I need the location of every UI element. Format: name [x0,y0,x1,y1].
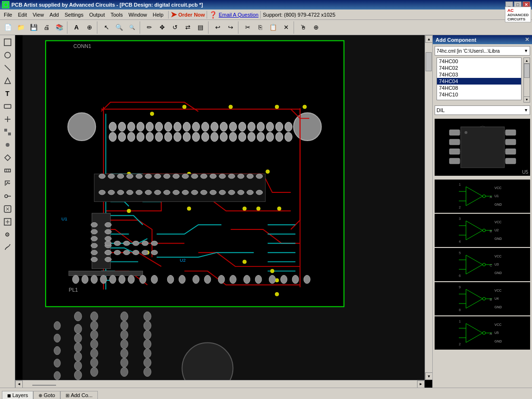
menu-edit[interactable]: Edit [15,11,30,19]
pcb-canvas-area[interactable]: CONN1 [15,35,432,388]
svg-point-192 [91,340,98,349]
schematic-item-1[interactable]: 1 2 A VCC GND U1 [435,180,530,213]
component-list-scrollbar[interactable]: ▲ ▼ [523,57,530,103]
left-tool-1[interactable] [1,36,14,48]
schematic-item-4[interactable]: 9 8 B VCC GND U4 [435,282,530,315]
email-icon[interactable]: ❓ [209,11,217,19]
svg-point-48 [118,132,126,141]
delete-button[interactable]: ✕ [280,21,292,34]
comp-scroll-up[interactable]: ▲ [524,58,530,64]
left-tool-3[interactable] [1,62,14,74]
svg-point-116 [200,190,207,195]
schematic-item-3[interactable]: 5 6 C VCC GND U3 [435,248,530,281]
menu-output[interactable]: Output [86,11,108,19]
tab-layers[interactable]: ◼ Layers [2,391,33,399]
redo-button[interactable]: ↪ [224,21,237,34]
comp-74hc10[interactable]: 74HC10 [437,91,521,98]
left-tool-14[interactable] [1,216,14,228]
vertical-scrollbar[interactable]: ▲ ▼ [425,35,432,380]
email-label[interactable]: Email A Question [218,12,258,18]
svg-point-133 [191,174,198,179]
component-list[interactable]: 74HC00 74HC02 74HC03 74HC04 74HC08 74HC1… [437,57,522,100]
left-tool-text[interactable]: T [1,87,14,100]
comp-74hc04[interactable]: 74HC04 [437,78,521,85]
add-component-close-button[interactable]: ✕ [525,37,529,43]
package-dropdown[interactable]: DIL ▼ [435,105,530,115]
left-tool-8[interactable] [1,139,14,151]
select-button[interactable]: ↖ [100,21,113,34]
scroll-up-button[interactable]: ▲ [425,35,432,43]
scroll-right-button[interactable]: ► [417,380,425,388]
left-tool-2[interactable] [1,49,14,61]
zoom-out-button[interactable]: 🔍 [126,21,138,34]
menu-tools[interactable]: Tools [108,11,126,19]
rotate-button[interactable]: ↺ [169,21,181,34]
svg-point-153 [193,275,200,284]
svg-point-128 [145,174,152,179]
flip-button[interactable]: ⇄ [181,21,194,34]
comp-scroll-down[interactable]: ▼ [524,96,530,102]
svg-point-200 [121,349,128,358]
scroll-left-button[interactable]: ◄ [15,380,23,388]
left-tool-10[interactable] [1,164,14,177]
left-tool-7[interactable] [1,126,14,138]
comp-74hc08[interactable]: 74HC08 [437,85,521,91]
copy-button[interactable]: ⎘ [254,21,266,34]
move-button[interactable]: ✥ [156,21,168,34]
new-button[interactable]: 📄 [2,21,14,34]
cut-button[interactable]: ✂ [241,21,254,34]
tab-goto[interactable]: ⊕ Goto [33,391,60,399]
paste-button[interactable]: 📋 [267,21,279,34]
left-tool-13[interactable] [1,203,14,215]
left-tool-11[interactable] [1,177,14,190]
library-dropdown[interactable]: 74hc.cml [in 'C:\Users\...\Libra ▼ [435,46,530,56]
svg-point-125 [117,174,124,179]
print-button[interactable]: 🖨 [40,21,53,34]
align-button[interactable]: ▤ [194,21,207,34]
svg-point-144 [91,275,98,284]
svg-point-149 [140,275,146,284]
left-tool-16[interactable] [1,241,14,254]
left-tool-4[interactable] [1,75,14,87]
svg-point-146 [109,275,116,284]
schematic-item-2[interactable]: 3 4 B VCC GND U2 [435,214,530,247]
comp-74hc03[interactable]: 74HC03 [437,71,521,78]
scroll-down-button[interactable]: ▼ [425,372,432,380]
svg-point-180 [54,359,61,368]
library-button[interactable]: 📚 [53,21,66,34]
menu-bar: File Edit View Add Settings Output Tools… [0,10,532,20]
cursor-button[interactable]: 🖱 [297,21,309,34]
text-button[interactable]: A [70,21,83,34]
svg-point-66 [285,132,293,141]
menu-help[interactable]: Help [150,11,167,19]
left-tool-12[interactable] [1,190,14,202]
svg-point-162 [304,275,310,284]
order-now-button[interactable]: ➤ Order Now [171,10,205,19]
open-button[interactable]: 📁 [15,21,27,34]
left-tool-9[interactable] [1,152,14,164]
component-button[interactable]: ⊕ [83,21,95,34]
svg-point-157 [244,275,250,284]
horizontal-scrollbar[interactable]: ◄ ► [15,380,425,388]
svg-text:GND: GND [494,305,502,309]
menu-file[interactable]: File [1,11,15,19]
svg-point-184 [74,333,82,342]
menu-settings[interactable]: Settings [62,11,86,19]
left-tool-6[interactable] [1,113,14,125]
svg-text:2: 2 [459,206,461,209]
left-tool-5[interactable] [1,100,14,113]
menu-window[interactable]: Window [125,11,150,19]
menu-add[interactable]: Add [47,11,62,19]
svg-point-161 [292,275,299,284]
zoom-in-button[interactable]: 🔍 [113,21,125,34]
undo-button[interactable]: ↩ [211,21,224,34]
schematic-item-5[interactable]: 1 2 A VCC GND U5 [435,316,530,350]
menu-view[interactable]: View [30,11,47,19]
comp-74hc00[interactable]: 74HC00 [437,58,521,65]
tab-add-component[interactable]: ⊞ Add Co... [60,391,98,399]
save-button[interactable]: 💾 [28,21,40,34]
comp-74hc02[interactable]: 74HC02 [437,65,521,71]
pencil-button[interactable]: ✏ [143,21,155,34]
crosshair-button[interactable]: ⊕ [310,21,322,34]
left-tool-settings[interactable]: ⚙ [1,228,14,241]
